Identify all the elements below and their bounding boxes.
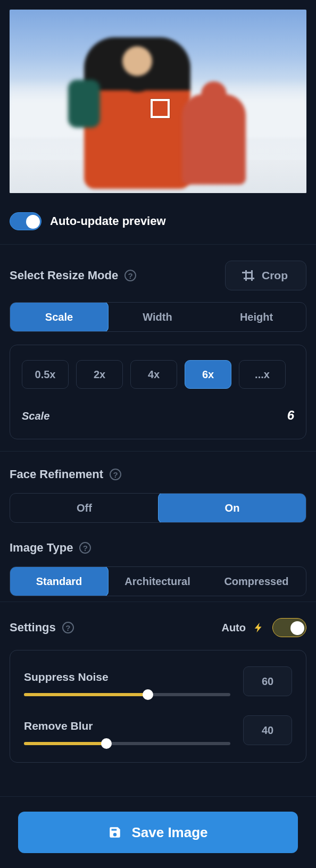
scale-0-5x[interactable]: 0.5x	[22, 360, 69, 389]
help-icon[interactable]: ?	[79, 542, 91, 554]
scale-6x[interactable]: 6x	[185, 360, 231, 389]
controls-scroll-area[interactable]: Select Resize Mode ? Crop Scale Width He…	[0, 245, 316, 780]
scale-buttons: 0.5x 2x 4x 6x ...x	[22, 360, 294, 389]
suppress-noise-value[interactable]: 60	[243, 666, 292, 696]
face-off[interactable]: Off	[10, 494, 159, 522]
auto-update-label: Auto-update preview	[50, 214, 166, 228]
remove-blur-slider[interactable]	[24, 742, 230, 745]
remove-blur-value[interactable]: 40	[243, 715, 292, 745]
image-type-tabs: Standard Architectural Compressed	[10, 566, 306, 596]
image-type-title: Image Type	[10, 541, 73, 555]
preview-image[interactable]	[10, 10, 306, 193]
suppress-noise-row: Suppress Noise 60	[24, 666, 292, 696]
face-refinement-title: Face Refinement	[10, 468, 103, 481]
help-icon[interactable]: ?	[124, 270, 136, 281]
image-type-compressed[interactable]: Compressed	[207, 567, 306, 596]
scale-4x[interactable]: 4x	[130, 360, 177, 389]
crop-icon	[244, 270, 254, 281]
remove-blur-row: Remove Blur 40	[24, 715, 292, 745]
auto-settings-switch[interactable]	[272, 618, 306, 637]
sliders-box: Suppress Noise 60 Remove Blur 40	[10, 650, 306, 763]
scale-box: 0.5x 2x 4x 6x ...x Scale 6	[10, 345, 306, 439]
settings-title: Settings	[10, 621, 56, 635]
bottom-bar: Save Image	[0, 797, 316, 868]
suppress-noise-label: Suppress Noise	[24, 671, 230, 683]
help-icon[interactable]: ?	[110, 469, 121, 480]
remove-blur-label: Remove Blur	[24, 720, 230, 732]
suppress-noise-slider[interactable]	[24, 693, 230, 696]
tab-width[interactable]: Width	[108, 303, 207, 331]
help-icon[interactable]: ?	[62, 622, 74, 633]
save-icon	[108, 825, 122, 839]
save-image-button[interactable]: Save Image	[18, 812, 298, 853]
preview-area	[10, 10, 306, 193]
scale-readout-value: 6	[287, 408, 294, 423]
auto-update-switch[interactable]	[10, 212, 41, 230]
bolt-icon	[253, 620, 265, 635]
scale-custom[interactable]: ...x	[239, 360, 286, 389]
scale-2x[interactable]: 2x	[76, 360, 123, 389]
face-on[interactable]: On	[158, 493, 306, 523]
crop-button[interactable]: Crop	[225, 261, 306, 290]
scale-readout-label: Scale	[22, 410, 49, 422]
preview-selection-box[interactable]	[151, 99, 170, 118]
tab-scale[interactable]: Scale	[10, 302, 109, 332]
crop-button-label: Crop	[262, 269, 288, 282]
face-refinement-toggle: Off On	[10, 493, 306, 523]
image-type-architectural[interactable]: Architectural	[108, 567, 207, 596]
save-image-label: Save Image	[131, 824, 207, 841]
tab-height[interactable]: Height	[207, 303, 306, 331]
image-type-standard[interactable]: Standard	[10, 566, 109, 596]
auto-label: Auto	[221, 622, 246, 634]
resize-mode-title: Select Resize Mode	[10, 269, 118, 282]
resize-mode-tabs: Scale Width Height	[10, 302, 306, 332]
